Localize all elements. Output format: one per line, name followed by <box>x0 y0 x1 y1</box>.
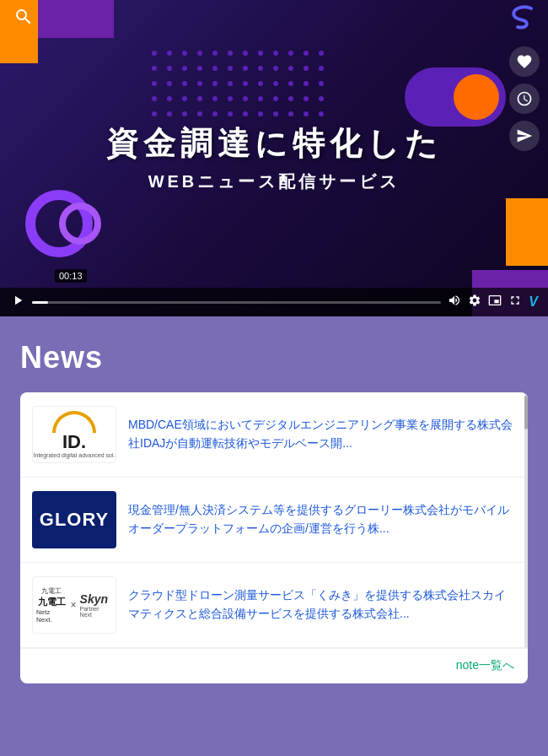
share-button[interactable] <box>509 121 540 151</box>
news-text-kyudenko: クラウド型ドローン測量サービス「くみき」を提供する株式会社スカイマティクスと総合… <box>128 586 516 623</box>
idaj-text: ID. <box>62 433 86 451</box>
kd-brand: 九電工 <box>38 596 66 608</box>
video-controls: V <box>0 288 548 316</box>
play-button[interactable] <box>10 293 25 311</box>
progress-fill <box>32 301 48 304</box>
site-logo[interactable] <box>508 3 535 34</box>
deco-dots: // Will be rendered by template below <box>152 51 330 123</box>
clock-button[interactable] <box>509 84 540 114</box>
news-logo-partner: 九電工 九電工 Netz Next. × Skyn Partner Next <box>32 576 116 634</box>
scrollbar-thumb <box>524 396 528 429</box>
video-title-line2: WEBニュース配信サービス <box>0 170 548 193</box>
partner-x: × <box>71 599 77 611</box>
deco-orange-br <box>506 198 548 266</box>
top-bar <box>0 0 548 37</box>
news-item-idaj[interactable]: ID. Integrated digital advanced sol. MBD… <box>20 392 528 478</box>
news-card: ID. Integrated digital advanced sol. MBD… <box>20 392 528 683</box>
news-item-kyudenko[interactable]: 九電工 九電工 Netz Next. × Skyn Partner Next ク… <box>20 563 528 648</box>
progress-bar[interactable] <box>32 301 441 304</box>
video-overlay-text: 資金調達に特化した WEBニュース配信サービス <box>0 122 548 193</box>
heart-button[interactable] <box>509 46 540 77</box>
skyn-logo: Skyn Partner Next <box>80 592 112 618</box>
kd-name: 九電工 <box>41 586 62 596</box>
news-scroll[interactable]: ID. Integrated digital advanced sol. MBD… <box>20 392 528 648</box>
news-text-glory: 現金管理/無人決済システム等を提供するグローリー株式会社がモバイルオーダープラッ… <box>128 501 516 537</box>
fullscreen-button[interactable] <box>508 294 522 310</box>
glory-text: GLORY <box>40 509 109 531</box>
news-heading: News <box>20 340 528 375</box>
idaj-subtext: Integrated digital advanced sol. <box>34 452 116 458</box>
news-footer: note一覧へ <box>20 648 528 683</box>
scrollbar-track <box>524 392 528 648</box>
news-text-idaj: MBD/CAE領域においてデジタルエンジニアリング事業を展開する株式会社IDAJ… <box>128 416 516 452</box>
idaj-arc <box>52 411 96 433</box>
news-item-glory[interactable]: GLORY 現金管理/無人決済システム等を提供するグローリー株式会社がモバイルオ… <box>20 478 528 563</box>
main-content: News ID. Integrated digital advanced sol… <box>0 316 548 717</box>
news-logo-idaj: ID. Integrated digital advanced sol. <box>32 406 116 463</box>
note-link[interactable]: note一覧へ <box>456 658 514 672</box>
deco-toggle <box>405 68 506 127</box>
settings-button[interactable] <box>468 294 481 310</box>
video-title-line1: 資金調達に特化した <box>0 122 548 165</box>
pip-button[interactable] <box>488 294 502 310</box>
vimeo-logo: V <box>529 294 538 310</box>
search-icon[interactable] <box>13 7 34 30</box>
kyudenko-logo: 九電工 九電工 Netz Next. <box>36 586 67 624</box>
video-player: // Will be rendered by template below 資金… <box>0 0 548 316</box>
video-timestamp: 00:13 <box>55 269 87 283</box>
news-logo-glory: GLORY <box>32 491 116 548</box>
side-actions <box>509 46 540 151</box>
deco-circles <box>25 190 110 257</box>
volume-button[interactable] <box>448 294 461 310</box>
